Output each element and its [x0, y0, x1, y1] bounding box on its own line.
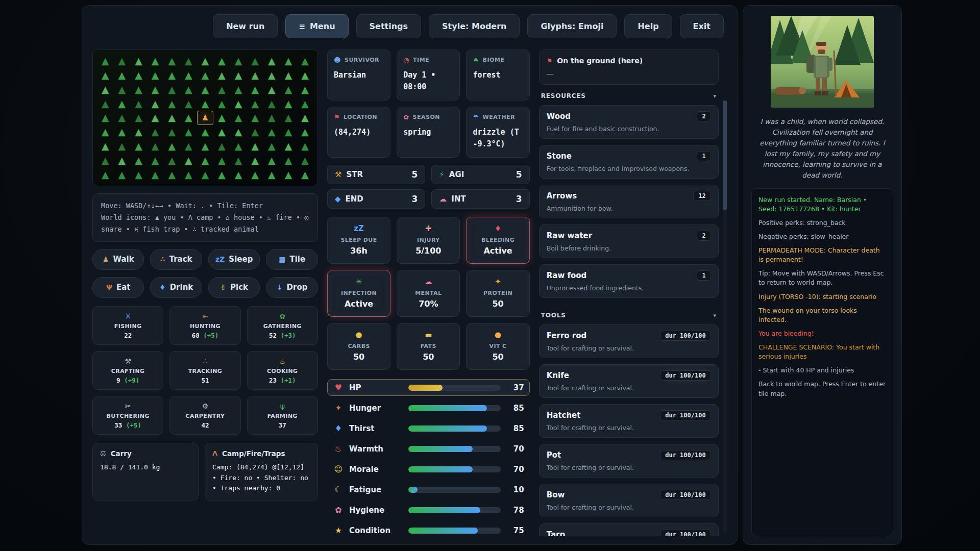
status-value: 50	[332, 352, 386, 362]
skill-label: BUTCHERING	[96, 413, 160, 419]
skill-bonus: (+9)	[124, 377, 139, 384]
map-tile-tree: ▲	[213, 83, 230, 97]
brain-icon: ☁	[401, 277, 455, 286]
info-card-location: ⚑LOCATION(84,274)	[327, 107, 390, 158]
topbar-button-glyphs-emoji[interactable]: Glyphs: Emoji	[527, 14, 617, 38]
map-tile-tree: ▲	[247, 139, 263, 154]
pick-button[interactable]: ✌Pick	[208, 277, 260, 298]
map-tile-tree: ▲	[197, 96, 214, 111]
topbar-button-help[interactable]: Help	[624, 14, 672, 38]
ground-item-stone[interactable]: Stone1For tools, fireplace and improvise…	[539, 145, 719, 179]
durability-badge: dur 100/100	[660, 450, 710, 460]
item-name: Bow	[547, 490, 565, 499]
walk-button[interactable]: ♟Walk	[92, 249, 144, 270]
ground-item-wood[interactable]: Wood2Fuel for fire and basic constructio…	[539, 105, 719, 139]
topbar-button-new-run[interactable]: New run	[213, 14, 278, 38]
eat-button[interactable]: ΨEat	[92, 277, 144, 298]
info-card-weather: ☂WEATHERdrizzle (T -9.3°C)	[466, 107, 529, 158]
map-tile-tree: ▲	[213, 153, 230, 167]
bar-label: Condition	[349, 526, 403, 535]
map-tile-tree: ▲	[130, 96, 147, 111]
skill-bonus: (+5)	[126, 421, 141, 429]
info-card-value: Day 1 • 08:00	[403, 69, 453, 93]
map-tile-tree: ▲	[180, 54, 197, 68]
ground-item-arrows[interactable]: Arrows12Ammunition for bow.	[539, 185, 719, 218]
info-card-head: ✿SEASON	[403, 113, 453, 121]
status-card-infection: ✳INFECTIONActive	[327, 270, 390, 317]
bar-fill	[408, 466, 473, 472]
ground-header-card: ⚑ On the ground (here) —	[539, 49, 719, 85]
map-tile-tree: ▲	[297, 54, 313, 68]
info-card-label: WEATHER	[483, 114, 516, 120]
skill-card-tracking: ∴TRACKING51	[169, 351, 240, 390]
skill-label: FARMING	[251, 413, 314, 419]
sleep-button[interactable]: zZSleep	[208, 249, 260, 270]
section-header-resources[interactable]: RESOURCES▾	[539, 85, 719, 105]
item-description: For tools, fireplace and improvised weap…	[547, 165, 711, 172]
topbar-button-label: Help	[638, 21, 658, 31]
topbar-button-style-modern[interactable]: Style: Modern	[429, 14, 520, 38]
map-tile-tree: ▲	[230, 68, 247, 83]
camp-value: Camp: (84,274) @[12,12] • Fire: no • She…	[212, 462, 310, 494]
info-card-label: BIOME	[483, 57, 505, 63]
map-tile-tree: ▲	[280, 125, 297, 139]
bar-label: Fatigue	[349, 485, 403, 494]
butter-icon: ▬	[401, 330, 455, 339]
ground-item-top: Stone1	[547, 151, 711, 161]
durability-badge: dur 100/100	[660, 490, 710, 500]
ground-item-hatchet[interactable]: Hatchetdur 100/100Tool for crafting or s…	[539, 404, 719, 438]
bar-track	[408, 507, 501, 513]
ground-item-ferro-rod[interactable]: Ferro roddur 100/100Tool for crafting or…	[539, 324, 719, 358]
track-button[interactable]: ∴Track	[150, 249, 202, 270]
ground-item-pot[interactable]: Potdur 100/100Tool for crafting or survi…	[539, 444, 719, 478]
item-description: Tool for crafting or survival.	[547, 464, 711, 471]
attribute-value: 5	[411, 169, 418, 180]
blood-drop-icon: ♦	[471, 224, 525, 233]
map-tile-tree: ▲	[163, 153, 180, 167]
world-map[interactable]: ▲▲▲▲▲▲▲▲▲▲▲▲▲▲▲▲▲▲▲▲▲▲▲▲▲▲▲▲▲▲▲▲▲▲▲▲▲▲▲▲…	[92, 49, 318, 186]
bar-value: 70	[506, 444, 524, 454]
log-line: New run started. Name: Barsian • Seed: 1…	[758, 195, 886, 214]
ground-scrollbar[interactable]	[723, 101, 727, 532]
ground-scrollbar-thumb[interactable]	[723, 101, 727, 210]
bar-fill	[408, 446, 473, 452]
info-card-grid: ☻SURVIVORBarsian◔TIMEDay 1 • 08:00♠BIOME…	[327, 49, 530, 158]
item-name: Stone	[547, 152, 572, 161]
map-tile-tree: ▲	[280, 83, 297, 97]
ground-item-tarp[interactable]: Tarpdur 100/100Tool for crafting or surv…	[539, 523, 719, 536]
ground-item-bow[interactable]: Bowdur 100/100Tool for crafting or survi…	[539, 484, 719, 517]
bar-label: Hunger	[349, 404, 403, 413]
info-card-head: ◔TIME	[403, 56, 453, 64]
bar-hp: ♥HP37	[327, 379, 530, 396]
info-card-time: ◔TIMEDay 1 • 08:00	[397, 49, 460, 101]
character-story: I was a child, when world collapsed. Civ…	[755, 116, 889, 181]
bar-track	[408, 405, 501, 411]
drink-button[interactable]: ♦Drink	[150, 277, 202, 298]
topbar-button-label: Exit	[693, 21, 710, 31]
topbar-button-settings[interactable]: Settings	[356, 14, 422, 38]
tile-button[interactable]: ▦Tile	[266, 249, 317, 270]
ground-item-top: Knifedur 100/100	[547, 370, 711, 381]
item-name: Raw water	[547, 231, 592, 240]
map-tile-tree: ▲	[114, 111, 131, 125]
action-button-label: Eat	[116, 283, 131, 292]
attribute-int: ☁INT3	[431, 189, 529, 209]
map-tile-tree: ▲	[163, 83, 180, 97]
status-card-injury: ✚INJURY5/100	[397, 217, 460, 264]
topbar-button-exit[interactable]: Exit	[680, 14, 724, 38]
microbe-icon: ✳	[332, 277, 386, 286]
skill-card-fishing: ♓FISHING22	[92, 306, 163, 345]
skill-card-crafting: ⚒CRAFTING9 (+9)	[92, 351, 163, 390]
section-title: RESOURCES	[541, 92, 586, 99]
topbar-button-menu[interactable]: ≡Menu	[285, 14, 348, 38]
ground-item-raw-food[interactable]: Raw food1Unprocessed food ingredients.	[539, 264, 719, 298]
map-tile-tree: ▲	[297, 167, 313, 182]
item-description: Unprocessed food ingredients.	[547, 284, 711, 292]
map-tile-tree: ▲	[163, 96, 180, 111]
map-tile-tree: ▲	[163, 54, 180, 68]
ground-item-raw-water[interactable]: Raw water2Boil before drinking.	[539, 224, 719, 258]
drop-button[interactable]: ↓Drop	[266, 277, 317, 298]
carry-card: ⚖ Carry 18.8 / 141.0 kg	[92, 443, 199, 500]
section-header-tools[interactable]: TOOLS▾	[539, 304, 719, 324]
ground-item-knife[interactable]: Knifedur 100/100Tool for crafting or sur…	[539, 364, 719, 398]
